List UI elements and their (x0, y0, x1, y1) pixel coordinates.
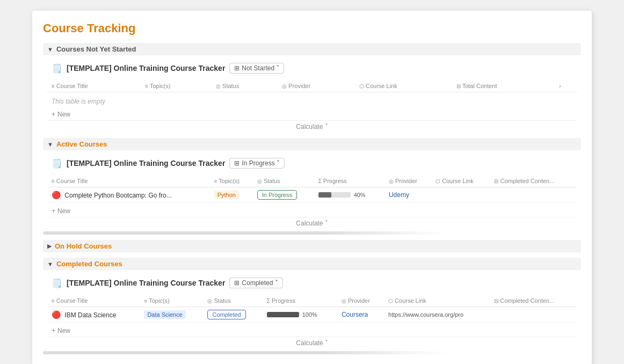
empty-table-message: This table is empty (47, 94, 577, 108)
row-icon-active: 🔴 (52, 191, 61, 199)
calculate-label-3: Calculate ˅ (296, 339, 328, 347)
not-started-status-badge[interactable]: ⊞ Not Started ˅ (229, 63, 284, 74)
active-status-badge[interactable]: ⊞ In Progress ˅ (229, 158, 285, 169)
completed-badge-icon: ⊞ (234, 279, 240, 287)
section-not-started: ▼ Courses Not Yet Started 🗒️ [TEMPLATE] … (43, 43, 581, 133)
active-calculate[interactable]: Calculate ˅ (47, 217, 577, 229)
toggle-icon-completed: ▼ (47, 261, 53, 267)
add-label-2: New (57, 207, 70, 215)
not-started-badge-label: Not Started ˅ (242, 64, 279, 72)
th-completed-content-2: ⊟Completed Conten... (490, 175, 577, 187)
completed-add-new[interactable]: + New (47, 325, 577, 337)
th-course-link-2: ⬡Course Link (431, 175, 490, 187)
section-active: ▼ Active Courses 🗒️ [TEMPLATE] Online Tr… (43, 138, 581, 235)
page-wrapper: Course Tracking ▼ Courses Not Yet Starte… (0, 0, 624, 364)
th-progress-3: ΣProgress (263, 295, 337, 307)
section-completed: ▼ Completed Courses 🗒️ [TEMPLATE] Online… (43, 258, 581, 354)
th-course-link-3: ⬡Course Link (384, 295, 490, 307)
topic-pill-python: Python (214, 191, 239, 199)
progress-bar-fill-active (318, 192, 331, 198)
section-label-completed: Completed Courses (56, 260, 122, 268)
section-header-not-started[interactable]: ▼ Courses Not Yet Started (43, 43, 581, 55)
status-pill-in-progress: In Progress (257, 190, 297, 200)
add-label-3: New (57, 327, 70, 334)
toggle-icon-active: ▼ (47, 141, 53, 148)
completed-calculate[interactable]: Calculate ˅ (47, 337, 577, 349)
provider-link-coursera[interactable]: Coursera (342, 311, 368, 318)
section-label-on-hold: On Hold Courses (55, 242, 112, 250)
add-icon-2: + (52, 207, 55, 215)
completed-table-icon: 🗒️ (52, 278, 62, 288)
completed-row-progress: 100% (263, 307, 337, 323)
progress-cell-completed: 100% (267, 311, 333, 318)
calculate-label-1: Calculate ˅ (296, 123, 328, 130)
progress-bar-fill-completed (267, 312, 299, 317)
completed-row-link: https://www.coursera.org/pro (384, 307, 490, 323)
th-total-content-1: ⊟Total Content (452, 80, 555, 92)
th-course-link-1: ⬡Course Link (355, 80, 452, 92)
active-badge-label: In Progress ˅ (242, 159, 280, 167)
completed-row-topic: Data Science (140, 307, 203, 323)
toggle-icon-not-started: ▼ (47, 46, 53, 53)
not-started-calculate[interactable]: Calculate ˅ (47, 120, 577, 133)
page-title: Course Tracking (43, 21, 581, 35)
completed-row-provider: Coursera (337, 307, 384, 323)
tracker-card: Course Tracking ▼ Courses Not Yet Starte… (32, 11, 592, 364)
completed-table: ≡Course Title ≡Topic(s) ◎Status ΣProgres… (47, 295, 577, 323)
calculate-label-2: Calculate ˅ (296, 220, 328, 227)
not-started-add-new[interactable]: + New (47, 108, 577, 120)
active-add-new[interactable]: + New (47, 205, 577, 217)
active-row-progress: 40% (314, 187, 384, 203)
not-started-table-title: [TEMPLATE] Online Training Course Tracke… (67, 64, 225, 72)
section-on-hold: ▶ On Hold Courses (43, 240, 581, 252)
active-row-provider: Udemy (384, 187, 431, 203)
th-status-3: ◎Status (203, 295, 262, 307)
th-course-title-2: ≡Course Title (47, 175, 210, 187)
active-row-status: In Progress (253, 187, 314, 203)
th-course-title-3: ≡Course Title (47, 295, 140, 307)
add-label-1: New (57, 111, 70, 118)
th-expand-1: › (555, 80, 577, 92)
th-provider-2: ◎Provider (384, 175, 431, 187)
active-table-title: [TEMPLATE] Online Training Course Tracke… (67, 159, 225, 168)
section-label-not-started: Courses Not Yet Started (56, 45, 136, 53)
not-started-sub-header: 🗒️ [TEMPLATE] Online Training Course Tra… (47, 60, 577, 77)
th-course-title-1: ≡Course Title (47, 80, 141, 92)
completed-content: 🗒️ [TEMPLATE] Online Training Course Tra… (43, 274, 581, 349)
section-header-on-hold[interactable]: ▶ On Hold Courses (43, 240, 581, 252)
provider-link-udemy[interactable]: Udemy (389, 191, 409, 199)
progress-cell-active: 40% (318, 192, 380, 198)
completed-row-title: 🔴 IBM Data Science (47, 307, 140, 323)
active-row-title: 🔴 Complete Python Bootcamp: Go fro... (47, 187, 210, 203)
table-row: 🔴 IBM Data Science Data Science Complete… (47, 307, 577, 323)
th-status-2: ◎Status (253, 175, 314, 187)
section-label-active: Active Courses (56, 140, 107, 148)
th-topics-3: ≡Topic(s) (140, 295, 203, 307)
section-header-active[interactable]: ▼ Active Courses (43, 138, 581, 150)
completed-status-badge[interactable]: ⊞ Completed ˅ (229, 278, 282, 288)
table-row: 🔴 Complete Python Bootcamp: Go fro... Py… (47, 187, 577, 203)
th-topics-2: ≡Topic(s) (210, 175, 253, 187)
completed-badge-label: Completed ˅ (242, 279, 278, 287)
th-provider-3: ◎Provider (337, 295, 384, 307)
status-pill-completed: Completed (207, 310, 245, 319)
toggle-icon-on-hold: ▶ (47, 243, 52, 250)
active-badge-icon: ⊞ (234, 159, 240, 167)
not-started-table-icon: 🗒️ (52, 63, 62, 74)
completed-row-content (490, 307, 577, 323)
course-link-text-coursera: https://www.coursera.org/pro (388, 311, 463, 318)
progress-bar-bg-completed (267, 312, 299, 317)
topic-pill-datascience: Data Science (144, 310, 185, 319)
active-row-completed (490, 187, 577, 203)
th-provider-1: ◎Provider (278, 80, 355, 92)
add-icon-3: + (52, 327, 55, 334)
th-status-1: ◎Status (212, 80, 278, 92)
active-sub-header: 🗒️ [TEMPLATE] Online Training Course Tra… (47, 155, 577, 172)
completed-row-status: Completed (203, 307, 262, 323)
active-row-link (431, 187, 490, 203)
scrollbar-completed[interactable] (43, 351, 447, 354)
th-completed-content-3: ⊟Completed Conten... (490, 295, 577, 307)
section-header-completed[interactable]: ▼ Completed Courses (43, 258, 581, 270)
scrollbar-active[interactable] (43, 231, 447, 235)
progress-pct-completed: 100% (302, 311, 317, 318)
